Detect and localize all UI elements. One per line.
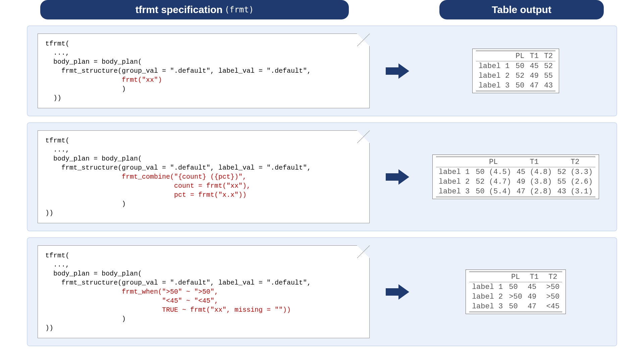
code-line: frmt_when(">50" ~ ">50", xyxy=(45,287,362,296)
col-header: PL xyxy=(473,157,514,167)
code-line: ..., xyxy=(45,145,362,154)
code-line: body_plan = body_plan( xyxy=(45,154,362,163)
row-label: label 3 xyxy=(436,187,473,197)
code-line: frmt("xx") xyxy=(45,75,362,84)
spec-header: tfrmt specification (frmt) xyxy=(40,0,349,19)
cell: 55 xyxy=(541,71,555,81)
output-header: Table output xyxy=(439,0,604,19)
arrow-icon xyxy=(370,169,425,185)
table-header-row: PL T1 T2 xyxy=(436,157,595,167)
code-line: ) xyxy=(45,314,362,323)
col-header: T1 xyxy=(527,51,541,61)
row-label: label 3 xyxy=(469,302,506,312)
cell: 45 xyxy=(527,61,541,71)
code-box: tfrmt( ..., body_plan = body_plan( frmt_… xyxy=(38,245,370,338)
cell: >50 xyxy=(506,292,525,302)
cell: 47 xyxy=(527,81,541,91)
code-line: )) xyxy=(45,94,362,103)
cell: 52 (4.7) xyxy=(473,177,514,187)
col-header: T2 xyxy=(544,272,562,282)
code-line: tfrmt( xyxy=(45,39,362,48)
table-row: label 3 50 (5.4) 47 (2.8) 43 (3.1) xyxy=(436,187,595,197)
output-table: PL T1 T2 label 1 50 45 52 label 2 52 49 xyxy=(472,49,559,93)
code-line: )) xyxy=(45,323,362,333)
table-header-row: PL T1 T2 xyxy=(476,51,556,61)
col-header: T2 xyxy=(541,51,555,61)
code-line: ..., xyxy=(45,48,362,57)
row-label: label 2 xyxy=(469,292,506,302)
row-label: label 2 xyxy=(476,71,513,81)
cell: <45 xyxy=(544,302,562,312)
code-line: body_plan = body_plan( xyxy=(45,57,362,66)
code-box: tfrmt( ..., body_plan = body_plan( frmt_… xyxy=(38,34,370,108)
svg-marker-0 xyxy=(386,63,409,79)
code-line: pct = frmt("x.x")) xyxy=(45,190,362,199)
code-line: TRUE ~ frmt("xx", missing = "")) xyxy=(45,305,362,314)
table-row: label 1 50 45 >50 xyxy=(469,282,562,292)
code-line: "<45" ~ "<45", xyxy=(45,296,362,305)
code-line: )) xyxy=(45,208,362,218)
code-line: count = frmt("xx"), xyxy=(45,181,362,190)
row-label: label 1 xyxy=(436,167,473,177)
code-line: ) xyxy=(45,199,362,208)
table-row: label 1 50 (4.5) 45 (4.8) 52 (3.3) xyxy=(436,167,595,177)
svg-marker-2 xyxy=(386,284,409,300)
row-label: label 1 xyxy=(469,282,506,292)
cell: 47 (2.8) xyxy=(514,187,555,197)
code-box: tfrmt( ..., body_plan = body_plan( frmt_… xyxy=(38,130,370,223)
cell: 52 xyxy=(513,71,527,81)
table-row: label 3 50 47 43 xyxy=(476,81,556,91)
cell: 45 xyxy=(525,282,544,292)
row-label: label 3 xyxy=(476,81,513,91)
table-row: label 2 >50 49 >50 xyxy=(469,292,562,302)
cell: 49 (3.8) xyxy=(514,177,555,187)
code-line: frmt_structure(group_val = ".default", l… xyxy=(45,163,362,172)
code-line: tfrmt( xyxy=(45,251,362,260)
row-label: label 1 xyxy=(476,61,513,71)
code-line: body_plan = body_plan( xyxy=(45,269,362,278)
example-row: tfrmt( ..., body_plan = body_plan( frmt_… xyxy=(27,237,617,346)
code-line: frmt_structure(group_val = ".default", l… xyxy=(45,278,362,287)
arrow-icon xyxy=(370,284,425,300)
code-line: frmt_combine("{count} ({pct})", xyxy=(45,172,362,181)
cell: 50 xyxy=(506,302,525,312)
cell: 50 xyxy=(506,282,525,292)
row-label: label 2 xyxy=(436,177,473,187)
cell: 50 (5.4) xyxy=(473,187,514,197)
col-header: T2 xyxy=(555,157,596,167)
cell: 43 xyxy=(541,81,555,91)
table-row: label 2 52 (4.7) 49 (3.8) 55 (2.6) xyxy=(436,177,595,187)
example-row: tfrmt( ..., body_plan = body_plan( frmt_… xyxy=(27,25,617,116)
code-line: frmt_structure(group_val = ".default", l… xyxy=(45,66,362,75)
cell: 49 xyxy=(527,71,541,81)
table-row: label 3 50 47 <45 xyxy=(469,302,562,312)
cell: >50 xyxy=(544,282,562,292)
cell: 45 (4.8) xyxy=(514,167,555,177)
col-header: T1 xyxy=(514,157,555,167)
svg-marker-1 xyxy=(386,169,409,185)
output-header-title: Table output xyxy=(492,4,551,15)
cell: 49 xyxy=(525,292,544,302)
cell: 47 xyxy=(525,302,544,312)
col-header: PL xyxy=(506,272,525,282)
code-line: ..., xyxy=(45,260,362,269)
spec-header-subtitle: (frmt) xyxy=(225,5,254,14)
cell: 52 xyxy=(541,61,555,71)
cell: 50 xyxy=(513,61,527,71)
spec-header-title: tfrmt specification xyxy=(136,4,223,15)
code-line: ) xyxy=(45,84,362,94)
table-row: label 1 50 45 52 xyxy=(476,61,556,71)
table-header-row: PL T1 T2 xyxy=(469,272,562,282)
cell: 50 (4.5) xyxy=(473,167,514,177)
cell: 55 (2.6) xyxy=(555,177,596,187)
output-table: PL T1 T2 label 1 50 (4.5) 45 (4.8) 52 (3… xyxy=(432,155,599,199)
cell: 52 (3.3) xyxy=(555,167,596,177)
col-header: PL xyxy=(513,51,527,61)
example-row: tfrmt( ..., body_plan = body_plan( frmt_… xyxy=(27,122,617,231)
col-header: T1 xyxy=(525,272,544,282)
cell: 43 (3.1) xyxy=(555,187,596,197)
table-row: label 2 52 49 55 xyxy=(476,71,556,81)
output-table: PL T1 T2 label 1 50 45 >50 label 2 >50 4… xyxy=(466,269,566,314)
arrow-icon xyxy=(370,63,425,79)
cell: 50 xyxy=(513,81,527,91)
